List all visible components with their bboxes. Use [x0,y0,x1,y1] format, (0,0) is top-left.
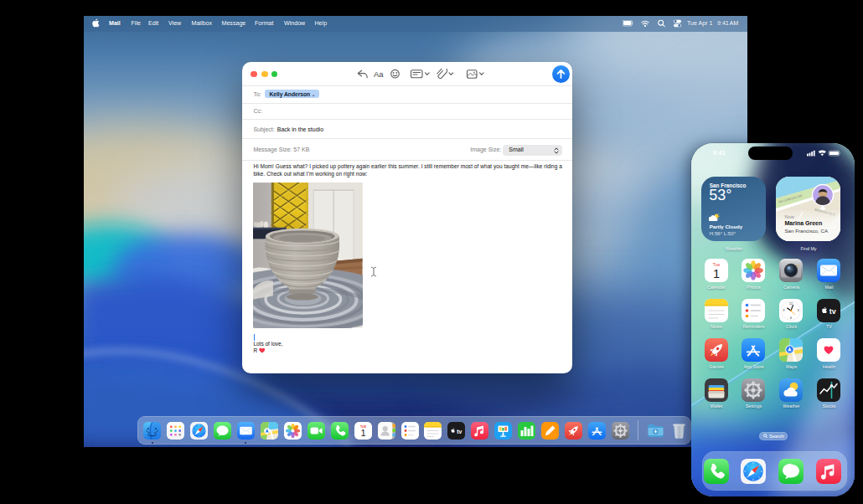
svg-text:3: 3 [798,309,799,312]
svg-text:6: 6 [791,316,793,320]
svg-text:tv: tv [457,429,462,435]
svg-text:9: 9 [783,309,785,312]
svg-text:1: 1 [360,428,365,438]
svg-text:1: 1 [713,267,720,280]
svg-text:Aa: Aa [374,69,384,79]
svg-text:12: 12 [790,301,793,305]
svg-text:tv: tv [829,307,836,316]
